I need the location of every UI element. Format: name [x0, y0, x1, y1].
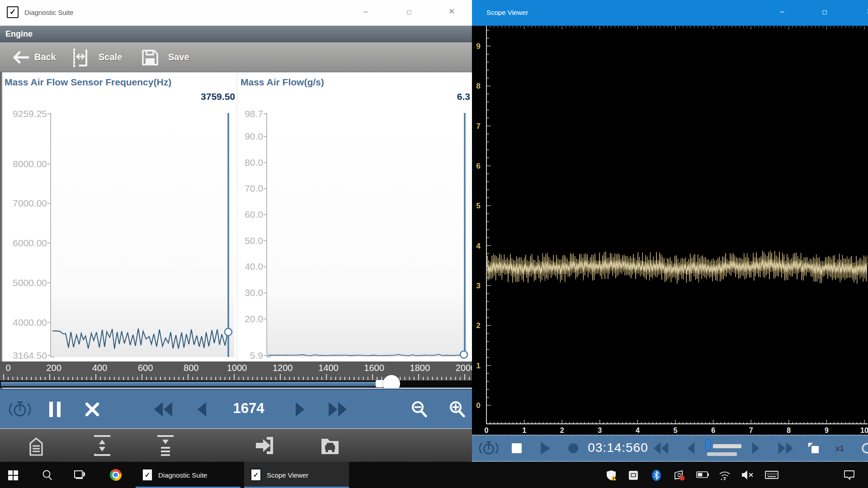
back-arrow-icon[interactable]	[11, 50, 31, 65]
svg-text:0: 0	[476, 401, 480, 410]
svg-text:7: 7	[749, 427, 753, 434]
timeline-tick-label: 1000	[227, 363, 247, 373]
diagnostic-suite-window: ✓ Diagnostic Suite – ◻ ✕ Engine Back	[0, 0, 472, 462]
svg-text:8: 8	[787, 427, 791, 434]
scope-rewind-button[interactable]	[651, 436, 671, 461]
playback-position: 1674	[224, 400, 274, 417]
chrome-icon[interactable]	[103, 462, 128, 488]
svg-text:9: 9	[825, 427, 829, 434]
taskbar-item-label: Diagnostic Suite	[158, 471, 207, 479]
back-button[interactable]: Back	[34, 52, 56, 62]
svg-text:2: 2	[476, 321, 480, 330]
ds-bottom-toolbar: 2011 Ford S-Max	[0, 428, 472, 462]
svg-text:6: 6	[711, 427, 715, 434]
battery-icon[interactable]	[696, 471, 709, 478]
svg-text:5: 5	[674, 427, 678, 434]
collapse-top-icon[interactable]	[156, 434, 175, 457]
scope-stop-button[interactable]	[510, 436, 524, 461]
search-icon[interactable]	[36, 462, 58, 488]
scale-button[interactable]: Scale	[99, 52, 122, 62]
main-menu-icon[interactable]	[26, 435, 46, 457]
zoom-out-button[interactable]	[409, 389, 430, 429]
svg-text:4: 4	[476, 242, 481, 250]
svg-text:5: 5	[476, 202, 480, 210]
diagnostic-suite-app-icon: ✓	[7, 6, 19, 18]
network-icon[interactable]	[719, 470, 731, 481]
scope-trace-svg: 0123456789012345678910	[472, 26, 868, 435]
charts-area: Mass Air Flow Sensor Frequency(Hz) 3759.…	[0, 72, 472, 361]
sync-share-icon[interactable]	[674, 469, 685, 481]
scale-icon[interactable]	[71, 47, 90, 68]
svg-text:3: 3	[598, 427, 602, 434]
pause-button[interactable]	[45, 389, 65, 429]
ds-maximize-button[interactable]: ◻	[399, 3, 420, 21]
sv-maximize-button[interactable]: ◻	[814, 3, 835, 21]
timeline-tick-label: 800	[184, 363, 198, 373]
svg-text:4: 4	[636, 427, 640, 434]
scope-zoom-button-partial[interactable]	[861, 442, 868, 455]
task-view-icon[interactable]	[69, 462, 90, 488]
timeline-tick-label: 1400	[318, 363, 339, 373]
scope-slider-handle[interactable]	[705, 439, 711, 451]
svg-text:6: 6	[476, 162, 480, 170]
action-center-icon[interactable]	[844, 470, 855, 480]
start-button[interactable]	[4, 462, 23, 488]
vehicle-data-icon[interactable]	[319, 435, 341, 456]
sv-close-button[interactable]: ✕	[859, 3, 868, 21]
ds-minimize-button[interactable]: –	[355, 3, 376, 21]
svg-text:1: 1	[476, 361, 480, 370]
save-icon[interactable]	[141, 48, 159, 66]
defender-shield-icon[interactable]	[606, 470, 617, 481]
timeline-tick-label: 1600	[364, 363, 384, 373]
ds-close-button[interactable]: ✕	[441, 3, 462, 21]
svg-text:10: 10	[860, 427, 868, 434]
charts-plot-svg	[0, 72, 472, 361]
svg-text:2: 2	[560, 427, 564, 434]
timeline-tick-label: 0	[5, 363, 10, 373]
taskbar-item-diagnostic-suite[interactable]: ✓ Diagnostic Suite	[136, 462, 241, 488]
bluetooth-icon[interactable]	[651, 469, 661, 481]
scope-viewer-app-icon: ✓	[250, 469, 261, 481]
import-data-icon[interactable]	[254, 435, 275, 456]
save-button[interactable]: Save	[168, 52, 189, 62]
rewind-button[interactable]	[152, 389, 175, 429]
taskbar-item-scope-viewer[interactable]: ✓ Scope Viewer	[244, 462, 349, 488]
scope-fast-forward-button[interactable]	[776, 436, 796, 461]
scope-slider-track[interactable]	[713, 444, 741, 448]
scope-zoom-track[interactable]	[707, 452, 737, 456]
zoom-in-button[interactable]	[447, 389, 468, 429]
fit-vertical-icon[interactable]	[92, 434, 112, 457]
ds-section-header: Engine	[0, 26, 472, 42]
scope-snap-icon[interactable]	[806, 436, 822, 461]
ds-window-title: Diagnostic Suite	[24, 9, 73, 16]
ds-section-title: Engine	[5, 29, 33, 39]
svg-text:7: 7	[476, 122, 480, 131]
step-back-button[interactable]	[193, 389, 211, 429]
device-tray-icon[interactable]	[628, 470, 638, 480]
timeline-tick-label: 400	[92, 363, 107, 373]
svg-text:3: 3	[476, 282, 480, 290]
desktop: ✓ Diagnostic Suite – ◻ ✕ Engine Back	[0, 0, 868, 488]
scope-timer-icon[interactable]	[478, 436, 499, 461]
ds-toolbar: Back Scale Save	[0, 42, 472, 72]
taskbar-item-label: Scope Viewer	[267, 471, 308, 479]
svg-text:0: 0	[485, 427, 489, 434]
sv-minimize-button[interactable]: –	[772, 3, 793, 21]
sv-titlebar: Scope Viewer – ◻ ✕	[472, 0, 868, 26]
volume-muted-icon[interactable]	[741, 470, 753, 480]
touch-keyboard-icon[interactable]	[765, 471, 778, 479]
svg-text:9: 9	[476, 42, 480, 51]
record-timer-icon[interactable]	[8, 389, 32, 429]
stop-close-button[interactable]	[82, 389, 102, 429]
scope-step-forward-button[interactable]	[749, 436, 763, 461]
scope-step-back-button[interactable]	[684, 436, 698, 461]
svg-text:8: 8	[476, 82, 480, 90]
step-forward-button[interactable]	[291, 389, 309, 429]
timeline-tick-label: 600	[138, 363, 153, 373]
scope-play-button[interactable]	[538, 436, 552, 461]
sv-window-title: Scope Viewer	[486, 9, 528, 16]
fast-forward-button[interactable]	[326, 389, 349, 429]
timeline-tick-label: 1800	[410, 363, 430, 373]
timeline-tick-label: 1200	[273, 363, 293, 373]
timeline-ruler[interactable]	[0, 373, 472, 380]
